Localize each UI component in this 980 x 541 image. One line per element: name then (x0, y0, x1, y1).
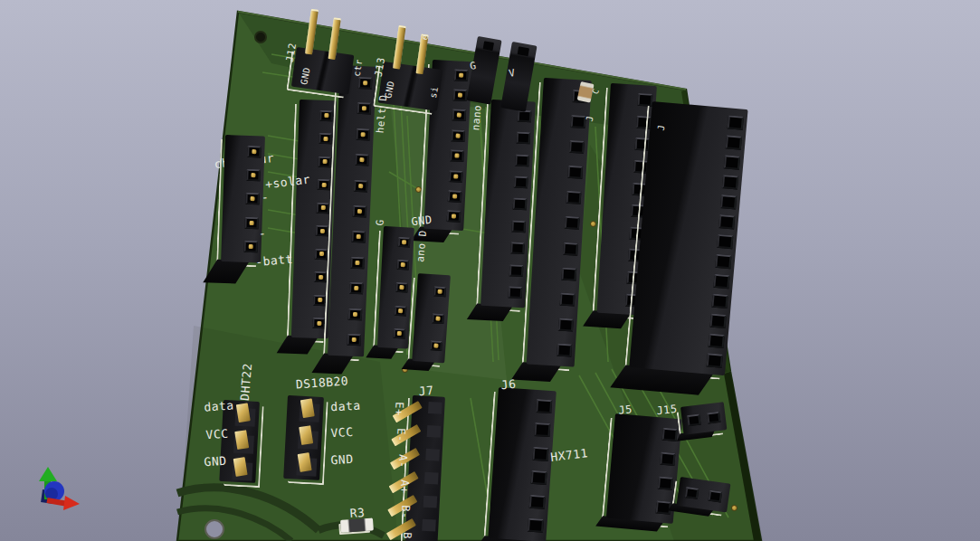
silk-label-j7-em: E- (395, 428, 407, 442)
pin-hole (662, 427, 678, 441)
pin-hole (450, 149, 464, 162)
silk-label-ds-vcc: VCC (330, 426, 354, 439)
axis-orientation-icon (24, 463, 81, 516)
pin-hole (347, 334, 361, 346)
pin-hole (394, 328, 406, 339)
pin-hole (529, 494, 546, 508)
pin-hole (449, 170, 463, 183)
silk-label-j5: J5 (618, 403, 633, 416)
pin-hole (351, 231, 366, 243)
pin-hole (515, 154, 529, 166)
silk-label-dht-gnd: GND (204, 455, 227, 469)
silk-label-ds-gnd: GND (330, 453, 354, 466)
pin-hole (509, 287, 523, 299)
pin-hole (318, 157, 330, 167)
pin-hole (318, 179, 330, 190)
silk-label-j7-bm: B- (400, 505, 412, 519)
pin-hole (711, 294, 728, 308)
silk-label-gnd-mid: GND (411, 214, 433, 227)
pin-hole (569, 140, 585, 154)
pin-hole (433, 287, 446, 298)
pin-hole (358, 77, 373, 90)
pin-hole (715, 254, 731, 269)
pin-hole (685, 487, 699, 499)
pin-hole (447, 210, 461, 223)
pin-hole (514, 176, 528, 188)
pin-hole (510, 242, 525, 255)
silk-label-ano-d: ano D (415, 230, 428, 262)
silk-label-j7-bp: B (402, 532, 413, 539)
angled-pin (410, 422, 443, 442)
pin-hole (448, 190, 462, 203)
pin-hole (560, 292, 576, 306)
pin-hole (315, 248, 328, 259)
connector-ds18b20 (283, 395, 324, 480)
silk-label-helt-d: helt D (376, 94, 389, 134)
header-pin (300, 403, 320, 422)
pin-hole (244, 217, 258, 230)
pin-hole (720, 195, 737, 209)
pin-hole (534, 422, 550, 437)
pin-hole (558, 318, 574, 331)
pin-hole (709, 490, 723, 503)
pin-hole (532, 447, 548, 461)
silk-label-j15: J15 (656, 403, 678, 416)
silk-label-j7-am: A- (397, 454, 409, 469)
resistor-r3 (340, 517, 374, 532)
pin-hole (713, 274, 729, 289)
pin-hole (557, 343, 572, 356)
header-pin (296, 458, 317, 477)
pin-hole (709, 314, 726, 328)
silk-label-minus-batt: -batt (255, 253, 294, 269)
silk-label-ds18b20: DS18B20 (295, 375, 348, 390)
connector-j15-b (677, 477, 731, 512)
pin-hole (707, 411, 720, 423)
pin-hole (726, 135, 742, 149)
pin-hole (566, 191, 582, 204)
pin-hole (453, 89, 468, 101)
pin-hole (728, 115, 744, 129)
pin-hole (511, 220, 526, 233)
pin-hole (314, 271, 327, 282)
pin-hole (357, 102, 372, 115)
mounting-hole (205, 519, 224, 539)
pin-hole (717, 234, 733, 249)
pin-hole (718, 214, 735, 229)
pin-hole (349, 282, 364, 295)
silk-label-minus-1: - (261, 191, 269, 204)
connector-3pin (412, 273, 451, 363)
silk-label-nano: nano (471, 104, 482, 130)
via (731, 505, 737, 511)
pin-hole (724, 155, 740, 169)
pin-hole (316, 225, 328, 236)
silk-label-frag-g-mid: G (375, 219, 385, 226)
pin-hole (660, 451, 675, 465)
pin-hole (353, 205, 367, 218)
silk-label-j7: J7 (418, 384, 434, 397)
silk-label-minus-2: - (258, 227, 266, 240)
pin-hole (355, 154, 369, 166)
header-pin (233, 435, 254, 454)
silk-label-dht22: DHT22 (239, 363, 254, 402)
silk-label-dht-data: data (204, 399, 234, 413)
silk-label-ds-data: data (330, 400, 361, 413)
pin-hole (246, 169, 260, 182)
via (590, 221, 596, 227)
mounting-hole (254, 31, 267, 43)
angled-pin (409, 446, 442, 466)
pin-hole (528, 518, 544, 533)
pin-hole (513, 198, 528, 211)
pin-hole (350, 257, 365, 270)
pin-hole (687, 413, 700, 426)
pin-hole (313, 294, 326, 305)
pin-hole (395, 282, 408, 293)
pin-hole (536, 399, 552, 413)
silk-label-j7-ap: A+ (399, 479, 411, 494)
pin-hole (319, 110, 332, 121)
pin-hole (354, 179, 368, 192)
pin-hole (430, 340, 442, 351)
header-pin (298, 431, 319, 450)
angled-pin (408, 470, 442, 489)
silk-label-r3: R3 (349, 507, 366, 519)
pcb-3d-viewport[interactable]: J12GNDeJ13ctrGNDsiGVCJJhelt Dnanochargeu… (0, 0, 980, 541)
